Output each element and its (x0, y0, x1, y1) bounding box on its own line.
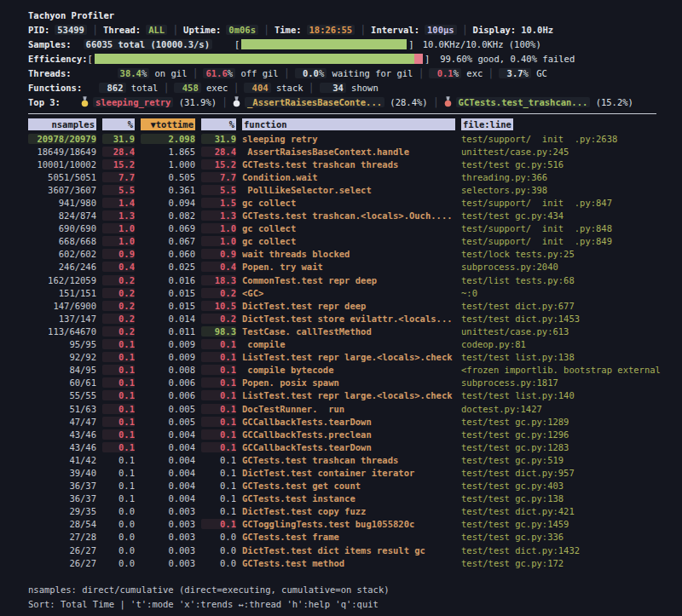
nsamples-cell: 43/46 (28, 442, 96, 452)
top3-label: Top 3: (28, 97, 61, 107)
cumulative-pct-cell: 0.1 (201, 352, 236, 362)
separator: │ (228, 83, 244, 93)
tottime-cell: 0.505 (141, 172, 195, 182)
col-header-nsamples[interactable]: nsamples (28, 118, 96, 130)
tottime-cell: 0.361 (141, 185, 195, 195)
table-row[interactable]: 147/69000.20.01510.5DictTest.test_repr_d… (28, 299, 682, 312)
function-cell: _PollLikeSelector.select (242, 185, 455, 195)
separator-rule (28, 113, 656, 114)
top-function-name[interactable]: GCTests.test_trashcan... (456, 97, 591, 107)
cumulative-pct-cell: 0.0 (201, 545, 236, 556)
tottime-cell: 0.004 (141, 468, 195, 478)
table-row[interactable]: 29/350.00.0030.1DictTest.test_copy_fuzzt… (28, 505, 682, 518)
table-row[interactable]: 36/370.10.0040.1GCTests.test_instancetes… (28, 492, 682, 505)
efficiency-bar-open: [ (88, 54, 93, 64)
time-label: Time: (275, 25, 302, 35)
col-header-cumulative-pct[interactable]: % (201, 118, 236, 130)
function-cell: _AssertRaisesBaseContext.handle (242, 147, 455, 157)
table-row[interactable]: 43/460.10.0040.1GCCallbackTests.tearDown… (28, 440, 682, 453)
col-header-file-line[interactable]: file:line (461, 118, 513, 130)
file-line-cell: test/test_gc.py:1296 (461, 429, 682, 440)
thread-stat-value: 0.0% (295, 68, 327, 78)
nsamples-cell: 941/980 (28, 198, 96, 208)
nsamples-cell: 690/690 (28, 223, 96, 233)
file-line-cell: unittest/case.py:613 (461, 326, 682, 337)
table-row[interactable]: 41/420.10.0040.1GCTests.test_trashcan_th… (28, 453, 682, 466)
table-row[interactable]: 162/120590.20.01618.3CommonTest.test_rep… (28, 273, 682, 286)
file-line-cell: codeop.py:81 (461, 339, 682, 349)
table-row[interactable]: 18649/1864928.41.86528.4_AssertRaisesBas… (28, 145, 682, 158)
col-header-function[interactable]: function (242, 118, 455, 130)
table-row[interactable]: 84/950.10.0080.1_compile_bytecode<frozen… (28, 364, 682, 377)
file-line-cell: test/test_gc.py:1283 (461, 442, 682, 452)
direct-pct-cell: 0.2 (102, 301, 135, 311)
thread-stat-unit: % (454, 68, 459, 78)
function-cell: ListTest.test_repr_large.<locals>.check (242, 390, 455, 400)
table-row[interactable]: 668/6681.00.0671.0gc_collecttest/support… (28, 235, 682, 248)
table-row[interactable]: 55/550.10.0060.1ListTest.test_repr_large… (28, 389, 682, 402)
table-row[interactable]: 28/540.00.0030.1GCTogglingTests.test_bug… (28, 518, 682, 531)
tottime-cell: 0.014 (141, 314, 195, 324)
cumulative-pct-cell: 7.7 (201, 172, 236, 182)
file-line-cell: test/test_list.py:140 (461, 390, 682, 400)
table-row[interactable]: 151/1510.20.0150.2<GC>~:0 (28, 286, 682, 299)
nsamples-cell: 95/95 (28, 339, 96, 349)
function-cell: CommonTest.test_repr_deep (242, 275, 455, 285)
table-row[interactable]: 941/9801.40.0941.5gc_collecttest/support… (28, 196, 682, 209)
file-line-cell: threading.py:366 (461, 172, 682, 182)
function-stat-value: 404 (244, 83, 270, 93)
tottime-cell: 0.015 (141, 288, 195, 298)
tottime-cell: 0.004 (141, 481, 195, 491)
thread-value[interactable]: ALL (146, 25, 167, 35)
tottime-cell: 0.060 (141, 249, 195, 259)
uptime-value: 0m06s (226, 25, 258, 35)
col-header-direct-pct[interactable]: % (102, 118, 135, 130)
cumulative-pct-cell: 0.2 (201, 288, 236, 298)
separator: │ (457, 25, 473, 35)
tottime-cell: 0.004 (141, 442, 195, 452)
nsamples-cell: 26/27 (28, 545, 96, 556)
samples-label: Samples: (28, 39, 72, 49)
direct-pct-cell: 0.2 (102, 275, 135, 285)
table-row[interactable]: 95/950.10.0090.1_compilecodeop.py:81 (28, 338, 682, 351)
table-row[interactable]: 10001/1000215.21.00015.2GCTests.test_tra… (28, 158, 682, 170)
table-row[interactable]: 824/8741.30.0821.3GCTests.test_trashcan.… (28, 210, 682, 222)
table-row[interactable]: 47/470.10.0050.1GCCallbackTests.tearDown… (28, 415, 682, 428)
nsamples-cell: 36/37 (28, 481, 96, 491)
table-row[interactable]: 26/270.00.0030.0GCTests.test_methodtest/… (28, 556, 682, 569)
table-row[interactable]: 246/2460.40.0250.4Popen._try_waitsubproc… (28, 261, 682, 273)
nsamples-cell: 51/63 (28, 404, 96, 414)
top-function-name[interactable]: _AssertRaisesBaseConte... (245, 97, 384, 107)
table-row[interactable]: 36/370.10.0040.1GCTests.test_get_countte… (28, 480, 682, 492)
table-row[interactable]: 602/6020.90.0600.9wait_threads_blockedte… (28, 248, 682, 261)
table-row[interactable]: 92/920.10.0090.1ListTest.test_repr_large… (28, 351, 682, 364)
nsamples-cell: 39/40 (28, 468, 96, 478)
functions-label: Functions: (28, 83, 82, 93)
top-function-name[interactable]: sleeping_retry (93, 97, 174, 107)
uptime-label: Uptime: (183, 25, 221, 35)
table-row[interactable]: 60/610.10.0060.1Popen._posix_spawnsubpro… (28, 377, 682, 389)
table-row[interactable]: 20978/2097931.92.09831.9sleeping_retryte… (28, 132, 682, 145)
file-line-cell: test/test_dict.py:957 (461, 468, 682, 478)
thread-stat-number: 61.6 (205, 68, 227, 78)
table-row[interactable]: 137/1470.20.0140.2DictTest.test_store_ev… (28, 312, 682, 325)
table-row[interactable]: 51/630.10.0050.1DocTestRunner.__rundocte… (28, 402, 682, 415)
nsamples-cell: 147/6900 (28, 301, 96, 311)
thread-stat-desc: off gil (235, 68, 279, 78)
table-row[interactable]: 690/6901.00.0691.0gc_collecttest/support… (28, 222, 682, 235)
table-row[interactable]: 3607/36075.50.3615.5_PollLikeSelector.se… (28, 183, 682, 196)
separator: │ (217, 97, 233, 107)
table-row[interactable]: 113/646700.20.01198.3TestCase._callTestM… (28, 325, 682, 337)
direct-pct-cell: 1.4 (102, 198, 135, 208)
nsamples-cell: 28/54 (28, 519, 96, 529)
tottime-cell: 0.006 (141, 390, 195, 400)
col-header-tottime-sorted[interactable]: ▼tottime (141, 118, 195, 130)
file-line-cell: subprocess.py:1817 (461, 377, 682, 388)
table-row[interactable]: 26/270.00.0030.0DictTest.test_dict_items… (28, 544, 682, 556)
table-row[interactable]: 39/400.10.0040.1DictTest.test_container_… (28, 466, 682, 479)
table-row[interactable]: 27/280.00.0030.0GCTests.test_frametest/t… (28, 531, 682, 544)
samples-rate-bar (241, 39, 407, 49)
table-row[interactable]: 43/460.10.0040.1GCCallbackTests.preclean… (28, 428, 682, 440)
table-row[interactable]: 5051/50517.70.5057.7Condition.waitthread… (28, 170, 682, 183)
cumulative-pct-cell: 0.1 (201, 519, 236, 529)
